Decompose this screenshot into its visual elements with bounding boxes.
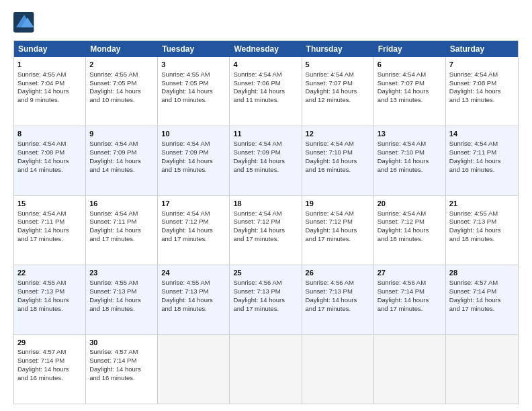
day-info-line: Sunset: 7:12 PM	[233, 218, 298, 226]
day-number: 21	[449, 199, 515, 209]
header-day-saturday: Saturday	[446, 41, 518, 57]
day-info-line: and 14 minutes.	[89, 166, 154, 175]
empty-cell	[230, 335, 302, 404]
day-cell-2: 2Sunrise: 4:55 AMSunset: 7:05 PMDaylight…	[86, 57, 158, 126]
day-info-line: Sunset: 7:13 PM	[89, 287, 154, 296]
day-info-line: Sunset: 7:14 PM	[378, 287, 442, 296]
day-info-line: Daylight: 14 hours	[378, 157, 442, 166]
day-info-line: Daylight: 14 hours	[233, 296, 298, 305]
page: SundayMondayTuesdayWednesdayThursdayFrid…	[0, 0, 532, 411]
day-info-line: Sunset: 7:14 PM	[89, 357, 154, 365]
day-info-line: Daylight: 14 hours	[378, 226, 442, 235]
day-info-line: Sunrise: 4:57 AM	[17, 348, 82, 357]
day-info-line: Sunset: 7:12 PM	[306, 218, 370, 226]
day-info-line: and 17 minutes.	[89, 235, 154, 244]
day-cell-25: 25Sunrise: 4:56 AMSunset: 7:13 PMDayligh…	[230, 265, 302, 334]
day-cell-7: 7Sunrise: 4:54 AMSunset: 7:08 PMDaylight…	[446, 57, 518, 126]
day-number: 7	[449, 60, 515, 70]
day-info-line: Daylight: 14 hours	[233, 157, 298, 166]
day-info-line: Daylight: 14 hours	[17, 296, 82, 305]
day-number: 9	[89, 129, 154, 139]
day-info-line: Sunrise: 4:55 AM	[17, 71, 82, 79]
week-row-2: 8Sunrise: 4:54 AMSunset: 7:08 PMDaylight…	[14, 126, 518, 195]
day-cell-24: 24Sunrise: 4:55 AMSunset: 7:13 PMDayligh…	[158, 265, 230, 334]
day-info-line: and 13 minutes.	[378, 96, 442, 105]
day-number: 25	[233, 268, 298, 278]
day-info-line: Sunset: 7:11 PM	[89, 218, 154, 226]
day-info-line: and 17 minutes.	[17, 235, 82, 244]
day-cell-1: 1Sunrise: 4:55 AMSunset: 7:04 PMDaylight…	[14, 57, 86, 126]
day-number: 22	[17, 268, 82, 278]
day-info-line: Sunrise: 4:54 AM	[17, 140, 82, 148]
day-info-line: and 13 minutes.	[449, 96, 515, 105]
day-number: 13	[378, 129, 442, 139]
day-number: 1	[17, 60, 82, 70]
day-cell-21: 21Sunrise: 4:55 AMSunset: 7:13 PMDayligh…	[446, 196, 518, 265]
day-info-line: and 18 minutes.	[449, 235, 515, 244]
day-number: 3	[161, 60, 226, 70]
day-number: 4	[233, 60, 298, 70]
header-day-wednesday: Wednesday	[230, 41, 302, 57]
day-info-line: Sunset: 7:13 PM	[449, 218, 515, 226]
day-info-line: Sunrise: 4:55 AM	[89, 279, 154, 287]
day-info-line: and 12 minutes.	[306, 96, 370, 105]
day-info-line: and 16 minutes.	[378, 166, 442, 175]
day-cell-16: 16Sunrise: 4:54 AMSunset: 7:11 PMDayligh…	[86, 196, 158, 265]
day-info-line: Sunrise: 4:54 AM	[17, 210, 82, 218]
day-info-line: and 9 minutes.	[17, 96, 82, 105]
day-info-line: Sunset: 7:09 PM	[89, 148, 154, 157]
day-cell-20: 20Sunrise: 4:54 AMSunset: 7:12 PMDayligh…	[374, 196, 446, 265]
day-info-line: Daylight: 14 hours	[233, 226, 298, 235]
day-cell-28: 28Sunrise: 4:57 AMSunset: 7:14 PMDayligh…	[446, 265, 518, 334]
day-info-line: Daylight: 14 hours	[17, 157, 82, 166]
day-info-line: Sunset: 7:11 PM	[17, 218, 82, 226]
day-info-line: and 17 minutes.	[233, 305, 298, 314]
logo-icon	[13, 12, 35, 34]
day-info-line: Sunrise: 4:54 AM	[89, 140, 154, 148]
day-info-line: Daylight: 14 hours	[89, 296, 154, 305]
day-info-line: Sunrise: 4:55 AM	[449, 210, 515, 218]
day-info-line: Daylight: 14 hours	[306, 157, 370, 166]
week-row-3: 15Sunrise: 4:54 AMSunset: 7:11 PMDayligh…	[14, 196, 518, 265]
day-info-line: Sunrise: 4:54 AM	[449, 140, 515, 148]
day-info-line: Sunset: 7:13 PM	[233, 287, 298, 296]
day-info-line: and 17 minutes.	[449, 305, 515, 314]
day-number: 5	[306, 60, 370, 70]
empty-cell	[446, 335, 518, 404]
day-info-line: Sunrise: 4:54 AM	[378, 210, 442, 218]
day-info-line: and 18 minutes.	[89, 305, 154, 314]
day-info-line: Sunrise: 4:54 AM	[306, 71, 370, 79]
day-info-line: Sunset: 7:14 PM	[17, 357, 82, 365]
logo	[13, 12, 38, 34]
day-info-line: Sunset: 7:11 PM	[449, 148, 515, 157]
day-info-line: Sunset: 7:08 PM	[17, 148, 82, 157]
day-number: 29	[17, 338, 82, 348]
day-number: 28	[449, 268, 515, 278]
day-info-line: Sunrise: 4:55 AM	[89, 71, 154, 79]
day-info-line: Daylight: 14 hours	[17, 226, 82, 235]
day-info-line: and 17 minutes.	[161, 235, 226, 244]
day-info-line: Sunrise: 4:57 AM	[89, 348, 154, 357]
day-info-line: Daylight: 14 hours	[89, 87, 154, 96]
day-info-line: Sunrise: 4:54 AM	[306, 210, 370, 218]
week-row-4: 22Sunrise: 4:55 AMSunset: 7:13 PMDayligh…	[14, 265, 518, 334]
day-info-line: Sunrise: 4:54 AM	[233, 140, 298, 148]
day-number: 8	[17, 129, 82, 139]
day-number: 20	[378, 199, 442, 209]
day-info-line: Sunset: 7:09 PM	[161, 148, 226, 157]
day-info-line: and 18 minutes.	[161, 305, 226, 314]
day-info-line: Sunset: 7:07 PM	[378, 79, 442, 88]
day-info-line: Sunrise: 4:56 AM	[378, 279, 442, 287]
day-number: 30	[89, 338, 154, 348]
day-info-line: Sunset: 7:14 PM	[449, 287, 515, 296]
day-number: 17	[161, 199, 226, 209]
day-number: 6	[378, 60, 442, 70]
day-info-line: Sunrise: 4:54 AM	[233, 71, 298, 79]
day-info-line: Daylight: 14 hours	[306, 296, 370, 305]
day-info-line: Sunrise: 4:54 AM	[89, 210, 154, 218]
calendar: SundayMondayTuesdayWednesdayThursdayFrid…	[13, 40, 519, 404]
day-info-line: Sunrise: 4:54 AM	[161, 210, 226, 218]
day-info-line: and 15 minutes.	[161, 166, 226, 175]
day-number: 15	[17, 199, 82, 209]
day-info-line: Sunrise: 4:54 AM	[378, 140, 442, 148]
